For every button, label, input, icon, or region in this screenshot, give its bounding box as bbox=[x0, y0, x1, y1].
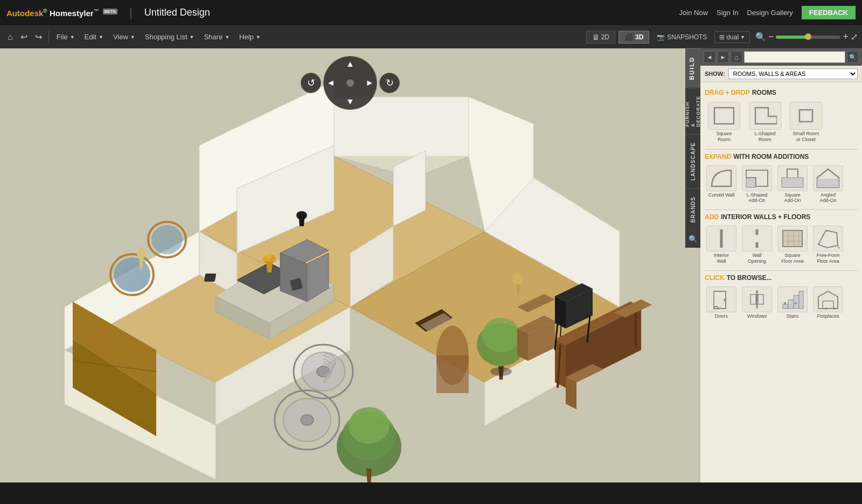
fireplaces-item[interactable]: Fireplaces bbox=[811, 285, 845, 320]
svg-marker-61 bbox=[566, 377, 576, 409]
stairs-label: Stairs bbox=[786, 313, 798, 319]
pan-right-button[interactable]: ► bbox=[365, 78, 374, 88]
view-2d-button[interactable]: 🖥 2D bbox=[586, 31, 615, 44]
angled-addon-item[interactable]: AngledAdd-On bbox=[811, 164, 845, 206]
panel-forward-button[interactable]: ► bbox=[717, 51, 729, 63]
interior-items-grid: InteriorWall WallOpening bbox=[705, 224, 858, 266]
landscape-tab[interactable]: LANDSCAPE bbox=[685, 134, 700, 188]
l-shaped-addon-item[interactable]: L-ShapedAdd-On bbox=[740, 164, 774, 206]
brands-tab[interactable]: BRANDS bbox=[685, 188, 700, 230]
svg-point-78 bbox=[266, 252, 273, 260]
dual-button[interactable]: ⊞ dual ▼ bbox=[714, 31, 750, 43]
rotate-left-button[interactable]: ↺ bbox=[301, 73, 321, 93]
freeform-floor-item[interactable]: Free-FormFloor Area bbox=[811, 224, 845, 266]
side-tabs: BUILD FURNISH & DECORATE LANDSCAPE BRAND… bbox=[685, 48, 700, 248]
join-now-link[interactable]: Join Now bbox=[679, 9, 708, 17]
svg-rect-105 bbox=[750, 295, 756, 304]
browse-items-grid: Doors Windows bbox=[705, 285, 858, 320]
square-room-icon bbox=[708, 102, 740, 130]
pan-down-button[interactable]: ▼ bbox=[346, 97, 354, 107]
square-room-item[interactable]: SquareRoom bbox=[705, 100, 743, 145]
svg-point-51 bbox=[490, 367, 512, 376]
furnish-decorate-tab[interactable]: FURNISH & DECORATE bbox=[685, 88, 700, 135]
svg-point-43 bbox=[301, 415, 314, 425]
svg-point-46 bbox=[349, 407, 390, 444]
shopping-list-menu[interactable]: Shopping List ▼ bbox=[141, 31, 199, 43]
expand-section-header: EXPAND WITH ROOM ADDITIONS bbox=[705, 153, 858, 160]
panel-wrapper: ◄ ► ⌂ 🔍 SHOW: ROOMS, WALLS & AREAS ROOMS… bbox=[700, 48, 862, 482]
svg-rect-109 bbox=[788, 300, 794, 309]
navigation-controls: ↺ ▲ ▼ ◄ ► ↻ bbox=[301, 56, 400, 110]
snapshots-button[interactable]: 📷 SNAPSHOTS bbox=[652, 32, 711, 43]
add-highlight: ADD bbox=[705, 213, 719, 221]
redo-button[interactable]: ↪ bbox=[32, 30, 45, 44]
square-addon-icon bbox=[777, 165, 808, 191]
view-3d-button[interactable]: ⬛ 3D bbox=[618, 31, 649, 44]
topbar: Autodesk® Homestyler™ BETA | Untitled De… bbox=[0, 0, 862, 26]
stairs-item[interactable]: Stairs bbox=[776, 285, 809, 320]
interior-rest: INTERIOR WALLS + FLOORS bbox=[721, 213, 810, 221]
svg-rect-110 bbox=[794, 296, 799, 309]
cube-icon: ⬛ bbox=[624, 33, 634, 41]
svg-marker-58 bbox=[517, 328, 528, 361]
wall-opening-label: WallOpening bbox=[748, 253, 766, 264]
search-tab[interactable]: 🔍 bbox=[685, 230, 700, 248]
share-menu[interactable]: Share ▼ bbox=[199, 31, 234, 43]
sign-in-link[interactable]: Sign In bbox=[717, 9, 738, 17]
pan-up-button[interactable]: ▲ bbox=[346, 59, 354, 69]
beta-badge: BETA bbox=[103, 9, 117, 15]
curved-wall-icon bbox=[706, 165, 736, 191]
show-dropdown[interactable]: ROOMS, WALLS & AREAS ROOMS ONLY WALLS ON… bbox=[728, 68, 858, 79]
pan-left-button[interactable]: ◄ bbox=[326, 78, 335, 88]
logo-area: Autodesk® Homestyler™ BETA | Untitled De… bbox=[6, 6, 210, 20]
panel-back-button[interactable]: ◄ bbox=[704, 51, 715, 63]
design-gallery-link[interactable]: Design Gallery bbox=[747, 9, 793, 17]
l-shaped-addon-icon bbox=[742, 165, 772, 191]
fullscreen-button[interactable]: ⤢ bbox=[851, 32, 858, 42]
doors-item[interactable]: Doors bbox=[705, 285, 738, 320]
rotate-right-button[interactable]: ↻ bbox=[379, 73, 400, 93]
undo-button[interactable]: ↩ bbox=[17, 30, 31, 44]
svg-rect-87 bbox=[782, 178, 803, 187]
zoom-out-button[interactable]: 🔍 bbox=[755, 32, 766, 42]
pan-control: ▲ ▼ ◄ ► bbox=[323, 56, 377, 110]
file-menu[interactable]: File ▼ bbox=[52, 31, 79, 43]
curved-wall-item[interactable]: Curved Wall bbox=[705, 164, 738, 206]
square-addon-item[interactable]: SquareAdd-On bbox=[776, 164, 809, 206]
monitor-icon: 🖥 bbox=[592, 33, 600, 41]
home-button[interactable]: ⌂ bbox=[4, 30, 16, 44]
divider-1 bbox=[705, 149, 858, 150]
browse-section-header: CLICK TO BROWSE... bbox=[705, 274, 858, 282]
svg-point-113 bbox=[795, 302, 797, 304]
camera-icon: 📷 bbox=[657, 33, 665, 41]
fireplaces-icon bbox=[813, 286, 843, 312]
wall-opening-item[interactable]: WallOpening bbox=[740, 224, 774, 266]
svg-point-79 bbox=[513, 272, 523, 286]
panel-home-button[interactable]: ⌂ bbox=[731, 51, 742, 63]
canvas-area[interactable]: ↺ ▲ ▼ ◄ ► ↻ bbox=[0, 48, 700, 482]
panel-search-button[interactable]: 🔍 bbox=[847, 51, 859, 63]
windows-item[interactable]: Windows bbox=[740, 285, 774, 320]
view-menu[interactable]: View ▼ bbox=[109, 31, 140, 43]
build-tab[interactable]: BUILD bbox=[685, 48, 700, 88]
small-room-item[interactable]: Small Roomor Closet bbox=[787, 100, 825, 145]
right-area: BUILD FURNISH & DECORATE LANDSCAPE BRAND… bbox=[700, 48, 862, 482]
panel-content: DRAG + DROP ROOMS SquareRoom bbox=[700, 82, 862, 482]
zoom-slider[interactable] bbox=[776, 36, 840, 39]
room-additions-grid: Curved Wall L-ShapedAdd-On bbox=[705, 164, 858, 206]
title-separator: | bbox=[129, 6, 133, 20]
help-menu[interactable]: Help ▼ bbox=[235, 31, 265, 43]
svg-rect-89 bbox=[817, 179, 839, 187]
zoom-plus-button[interactable]: + bbox=[843, 31, 849, 43]
freeform-floor-label: Free-FormFloor Area bbox=[817, 253, 840, 264]
svg-rect-84 bbox=[746, 178, 756, 187]
panel-search-input[interactable] bbox=[744, 51, 845, 63]
interior-wall-item[interactable]: InteriorWall bbox=[705, 224, 738, 266]
small-room-icon bbox=[790, 102, 822, 130]
square-floor-icon bbox=[777, 226, 808, 251]
edit-menu[interactable]: Edit ▼ bbox=[80, 31, 108, 43]
l-shaped-room-item[interactable]: L-ShapedRoom bbox=[746, 100, 784, 145]
square-floor-item[interactable]: SquareFloor Area bbox=[776, 224, 809, 266]
feedback-button[interactable]: FEEDBACK bbox=[802, 6, 856, 19]
zoom-minus-button[interactable]: − bbox=[768, 31, 774, 43]
